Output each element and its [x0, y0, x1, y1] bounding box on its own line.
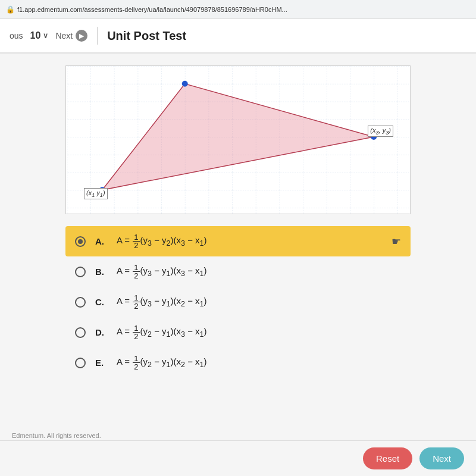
question-number[interactable]: 10 ∨	[30, 30, 49, 41]
browser-bar: 🔒 f1.app.edmentum.com/assessments-delive…	[0, 0, 476, 19]
graph-container: (x1 y1) (x3, y3)	[65, 65, 411, 214]
option-E[interactable]: E. A = 12(y2 − y1)(x2 − x1)	[65, 347, 411, 378]
chevron-down-icon[interactable]: ∨	[43, 32, 48, 40]
option-A-label: A.	[95, 236, 107, 246]
test-title: Unit Post Test	[107, 29, 186, 43]
option-C-formula: A = 12(y3 − y1)(x2 − x1)	[117, 294, 207, 310]
divider	[97, 27, 98, 45]
bottom-bar: Reset Next	[0, 440, 476, 476]
next-button-top[interactable]: Next ▶	[55, 30, 87, 42]
option-A-formula: A = 12(y3 − y2)(x3 − x1)	[117, 233, 207, 249]
point1-label: (x1 y1)	[84, 188, 108, 199]
option-B-label: B.	[95, 267, 107, 277]
answer-options: A. A = 12(y3 − y2)(x3 − x1) ☛ B. A = 12(…	[65, 226, 411, 378]
radio-E[interactable]	[75, 358, 86, 368]
lock-icon: 🔒	[6, 5, 15, 14]
point2-label: (x3, y3)	[368, 126, 393, 137]
option-B[interactable]: B. A = 12(y3 − y1)(x3 − x1)	[65, 256, 411, 287]
main-content: (x1 y1) (x3, y3) A. A = 12(y3 − y2)(x3 −…	[0, 54, 476, 476]
option-E-formula: A = 12(y2 − y1)(x2 − x1)	[117, 355, 207, 371]
next-button-bottom[interactable]: Next	[419, 447, 464, 469]
option-D[interactable]: D. A = 12(y2 − y1)(x3 − x1)	[65, 317, 411, 347]
radio-D[interactable]	[75, 327, 86, 338]
option-A[interactable]: A. A = 12(y3 − y2)(x3 − x1) ☛	[65, 226, 411, 256]
triangle-graph	[66, 66, 410, 214]
reset-button[interactable]: Reset	[363, 447, 412, 469]
browser-url: f1.app.edmentum.com/assessments-delivery…	[17, 6, 287, 13]
next-arrow-icon: ▶	[76, 30, 87, 42]
previous-label: ous	[10, 31, 23, 40]
option-D-label: D.	[95, 327, 107, 337]
footer-text: Edmentum. All rights reserved.	[12, 432, 101, 439]
cursor-pointer-icon: ☛	[392, 235, 401, 248]
option-C-label: C.	[95, 297, 107, 307]
svg-point-3	[182, 81, 188, 87]
option-D-formula: A = 12(y2 − y1)(x3 − x1)	[117, 324, 207, 340]
radio-A[interactable]	[75, 236, 86, 247]
option-B-formula: A = 12(y3 − y1)(x3 − x1)	[117, 264, 207, 280]
radio-C[interactable]	[75, 297, 86, 308]
option-E-label: E.	[95, 358, 107, 368]
radio-B[interactable]	[75, 267, 86, 277]
option-C[interactable]: C. A = 12(y3 − y1)(x2 − x1)	[65, 287, 411, 317]
top-nav: ous 10 ∨ Next ▶ Unit Post Test	[0, 19, 476, 54]
